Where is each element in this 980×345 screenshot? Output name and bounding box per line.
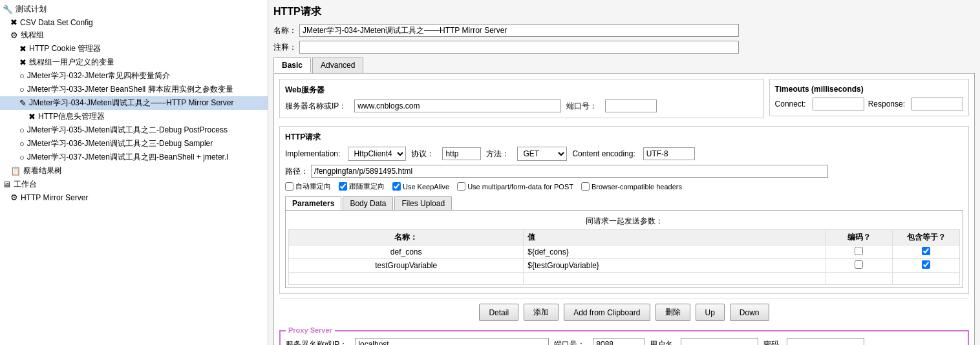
proxy-port-input[interactable] [593, 338, 644, 345]
encoding-input[interactable] [643, 147, 695, 160]
proxy-server-input[interactable] [355, 338, 549, 345]
port-input[interactable] [605, 99, 657, 112]
tree-icon-test-plan: 🔧 [3, 5, 13, 14]
right-content-panel: HTTP请求 名称： 注释： Basic Advanced Web服务器 服务器… [268, 0, 980, 345]
implementation-label: Implementation: [285, 149, 340, 158]
keep-alive-check[interactable]: Use KeepAlive [392, 182, 449, 191]
http-request-title: HTTP请求 [285, 132, 963, 143]
down-button[interactable]: Down [730, 304, 769, 321]
tree-item-jmeter-037[interactable]: ○JMeter学习-037-JMeten调试工具之四-BeanShell + j… [0, 151, 268, 164]
detail-button[interactable]: Detail [479, 304, 518, 321]
add-clipboard-button[interactable]: Add from Clipboard [564, 304, 650, 321]
proxy-server-section: Proxy Server 服务器名称或IP： 端口号： 用户名 密码 [279, 330, 969, 345]
method-label: 方法： [486, 149, 509, 160]
browser-headers-check[interactable]: Browser-compatible headers [581, 182, 682, 191]
param-include-1[interactable] [893, 259, 960, 273]
tree-item-work-bench[interactable]: 🖥工作台 [0, 178, 268, 191]
tab-basic[interactable]: Basic [273, 58, 311, 73]
follow-redirect-check[interactable]: 跟随重定向 [339, 182, 385, 191]
tree-label-http-cookie: HTTP Cookie 管理器 [29, 43, 101, 54]
col-include-header: 包含等于？ [893, 230, 960, 246]
connect-input[interactable] [813, 98, 864, 110]
comment-label: 注释： [273, 42, 297, 53]
tab-basic-content: Web服务器 服务器名称或IP： 端口号： Timeouts (millisec… [273, 73, 975, 345]
parameters-tab-content: 同请求一起发送参数： 名称： 值 编码？ 包含等于？ def_cons ${de… [285, 210, 963, 288]
proxy-port-label: 端口号： [554, 339, 585, 346]
tree-icon-http-cookie: ✖ [19, 44, 27, 54]
proxy-password-label: 密码 [763, 339, 779, 346]
tab-advanced[interactable]: Advanced [312, 58, 363, 73]
inner-tabs: Parameters Body Data Files Upload [285, 196, 963, 210]
tree-item-jmeter-033[interactable]: ○JMeter学习-033-JMeter BeanShell 脚本应用实例之参数… [0, 83, 268, 96]
name-input[interactable] [299, 24, 739, 37]
server-label: 服务器名称或IP： [285, 101, 346, 112]
tree-icon-csv-data: ✖ [10, 17, 17, 27]
tree-label-thread-group: 线程组 [21, 30, 44, 41]
tree-item-view-results[interactable]: 📋察看结果树 [0, 164, 268, 178]
page-title: HTTP请求 [273, 5, 975, 19]
param-value-1: ${testGroupVariable} [524, 259, 826, 273]
add-button[interactable]: 添加 [524, 304, 559, 321]
server-input[interactable] [354, 99, 561, 112]
param-name-1: testGroupVariable [289, 259, 524, 273]
up-button[interactable]: Up [696, 304, 725, 321]
tree-label-jmeter-036: JMeter学习-036-JMeten调试工具之三-Debug Sampler [27, 138, 213, 149]
http-request-section: HTTP请求 Implementation: HttpClient4 协议： 方… [279, 126, 969, 294]
tree-icon-thread-var: ✖ [19, 58, 27, 67]
protocol-input[interactable] [442, 147, 481, 160]
path-input[interactable] [311, 165, 828, 178]
tree-label-test-plan: 测试计划 [16, 4, 47, 15]
tree-icon-jmeter-034: ✎ [19, 98, 27, 108]
tree-label-jmeter-032: JMeter学习-032-JMeter常见四种变量简介 [27, 70, 170, 81]
tree-item-http-info-mgr[interactable]: ✖HTTP信息头管理器 [0, 110, 268, 123]
response-label: Response: [868, 99, 905, 109]
left-tree-panel: 🔧测试计划✖CSV Data Set Config⚙线程组✖HTTP Cooki… [0, 0, 268, 345]
encoding-label: Content encoding: [572, 149, 635, 158]
name-label: 名称： [273, 25, 297, 36]
protocol-label: 协议： [411, 149, 434, 160]
tree-label-work-bench: 工作台 [14, 179, 37, 190]
tree-item-http-cookie[interactable]: ✖HTTP Cookie 管理器 [0, 42, 268, 56]
delete-button[interactable]: 删除 [655, 304, 690, 321]
tree-icon-jmeter-032: ○ [19, 71, 25, 81]
param-include-0[interactable] [893, 246, 960, 259]
auto-redirect-check[interactable]: 自动重定向 [285, 182, 331, 191]
tree-label-http-info-mgr: HTTP信息头管理器 [38, 111, 105, 122]
tree-label-http-mirror: HTTP Mirror Server [21, 193, 88, 202]
param-encode-0[interactable] [826, 246, 893, 259]
tree-icon-http-mirror: ⚙ [10, 193, 18, 202]
proxy-username-input[interactable] [681, 338, 758, 345]
multipart-check[interactable]: Use multipart/form-data for POST [457, 182, 573, 191]
tree-icon-view-results: 📋 [10, 166, 21, 176]
main-tabs: Basic Advanced [273, 58, 975, 73]
tree-icon-jmeter-035: ○ [19, 125, 25, 135]
port-label: 端口号： [566, 101, 597, 112]
tree-icon-jmeter-037: ○ [19, 152, 25, 162]
tree-label-jmeter-034: JMeter学习-034-JMeten调试工具之——HTTP Mirror Se… [29, 98, 234, 109]
tree-item-jmeter-036[interactable]: ○JMeter学习-036-JMeten调试工具之三-Debug Sampler [0, 137, 268, 151]
tree-item-test-plan[interactable]: 🔧测试计划 [0, 3, 268, 16]
tree-item-csv-data[interactable]: ✖CSV Data Set Config [0, 16, 268, 28]
proxy-title: Proxy Server [286, 326, 335, 334]
param-encode-1[interactable] [826, 259, 893, 273]
tree-item-http-mirror[interactable]: ⚙HTTP Mirror Server [0, 191, 268, 204]
method-select[interactable]: GET POST PUT DELETE [517, 147, 567, 161]
inner-tab-parameters[interactable]: Parameters [285, 196, 341, 210]
proxy-password-input[interactable] [787, 338, 864, 345]
response-input[interactable] [911, 98, 963, 110]
comment-input[interactable] [299, 41, 739, 54]
table-row: testGroupVariable ${testGroupVariable} [289, 259, 960, 273]
implementation-select[interactable]: HttpClient4 [348, 147, 406, 161]
tree-label-jmeter-037: JMeter学习-037-JMeten调试工具之四-BeanShell + jm… [27, 152, 228, 163]
tree-label-csv-data: CSV Data Set Config [20, 18, 93, 27]
col-name-header: 名称： [289, 230, 524, 246]
tree-item-jmeter-034[interactable]: ✎JMeter学习-034-JMeten调试工具之——HTTP Mirror S… [0, 96, 268, 110]
tree-item-thread-group[interactable]: ⚙线程组 [0, 28, 268, 42]
tree-item-jmeter-032[interactable]: ○JMeter学习-032-JMeter常见四种变量简介 [0, 69, 268, 83]
inner-tab-files-upload[interactable]: Files Upload [394, 196, 452, 210]
tree-item-thread-var[interactable]: ✖线程组一用户定义的变量 [0, 56, 268, 69]
tree-item-jmeter-035[interactable]: ○JMeter学习-035-JMeten调试工具之二-Debug PostPro… [0, 123, 268, 137]
inner-tab-body-data[interactable]: Body Data [343, 196, 393, 210]
tree-icon-work-bench: 🖥 [3, 180, 11, 189]
connect-label: Connect: [775, 99, 806, 109]
